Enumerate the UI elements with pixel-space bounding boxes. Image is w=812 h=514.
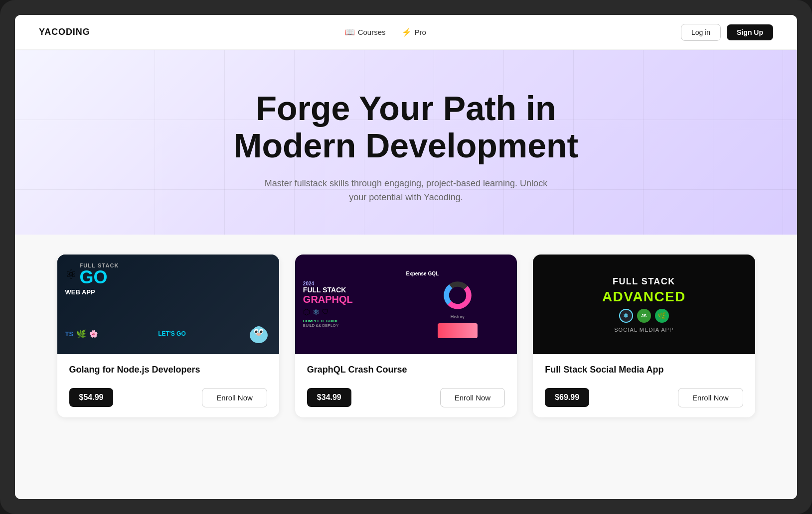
nav-courses-label: Courses (358, 28, 386, 36)
courses-section: ⚛ FULL STACK GO WEB APP (15, 235, 797, 499)
course-thumbnail-social: FULL STACK ADVANCED ⚛ JS 🌿 SOCIAL MEDIA … (533, 255, 755, 354)
advanced-label: ADVANCED (541, 289, 747, 305)
graphql-left: 2024 FULL STACK GRAPHQL ⬡ ⚛ 🛡 COMPLETE G… (303, 262, 406, 346)
node-icon: JS (637, 309, 651, 323)
pro-icon: ⚡ (402, 27, 412, 37)
lets-go-label: LET'S GO (158, 330, 186, 337)
course-price-golang: $54.99 (69, 388, 114, 407)
signup-button[interactable]: Sign Up (727, 24, 773, 40)
course-price-social: $69.99 (545, 388, 589, 407)
brand-logo: YACODING (39, 27, 90, 37)
enroll-button-social[interactable]: Enroll Now (678, 388, 743, 407)
hero-subtitle: Master fullstack skills through engaging… (257, 176, 556, 205)
graphql-right: Expense GQL History (406, 262, 509, 346)
course-thumbnail-graphql: 2024 FULL STACK GRAPHQL ⬡ ⚛ 🛡 COMPLETE G… (295, 255, 517, 354)
social-media-label: SOCIAL MEDIA APP (541, 327, 747, 333)
nav-courses-link[interactable]: 📖 Courses (345, 27, 386, 37)
course-price-graphql: $34.99 (307, 388, 351, 407)
device-frame: YACODING 📖 Courses ⚡ Pro Log in Sign Up … (0, 0, 812, 514)
react-icon: ⚛ (619, 309, 633, 323)
thumbnail-content: ⚛ FULL STACK GO WEB APP (57, 255, 279, 354)
enroll-button-golang[interactable]: Enroll Now (202, 388, 267, 407)
nav-pro-link[interactable]: ⚡ Pro (402, 27, 426, 37)
course-info-social: Full Stack Social Media App $69.99 Enrol… (533, 354, 755, 417)
leaf-icon: 🌿 (655, 309, 669, 323)
complete-label: COMPLETE GUIDE (303, 319, 406, 323)
expense-label: Expense GQL (406, 271, 439, 276)
svg-point-4 (255, 331, 257, 333)
fullstack-label: FULL STACK (303, 286, 406, 294)
course-info-graphql: GraphQL Crash Course $34.99 Enroll Now (295, 354, 517, 417)
enroll-button-graphql[interactable]: Enroll Now (440, 388, 505, 407)
go-label: GO (80, 268, 119, 286)
hero-section: Forge Your Path in Modern Development Ma… (15, 50, 797, 235)
svg-point-6 (256, 333, 261, 336)
screen: YACODING 📖 Courses ⚡ Pro Log in Sign Up … (15, 15, 797, 499)
hero-content: Forge Your Path in Modern Development Ma… (39, 90, 773, 205)
donut-chart (443, 280, 473, 310)
nav-pro-label: Pro (415, 28, 426, 36)
thumbnail-content-graphql: 2024 FULL STACK GRAPHQL ⬡ ⚛ 🛡 COMPLETE G… (295, 255, 517, 354)
tech-logos: ⚛ JS 🌿 (541, 309, 747, 323)
graphql-label: GRAPHQL (303, 294, 406, 304)
svg-point-5 (260, 331, 262, 333)
fullstack-label: FULL STACK (541, 276, 747, 287)
courses-icon: 📖 (345, 27, 355, 37)
thumbnail-content-social: FULL STACK ADVANCED ⚛ JS 🌿 SOCIAL MEDIA … (533, 268, 755, 341)
courses-grid: ⚛ FULL STACK GO WEB APP (57, 255, 755, 417)
build-label: BUILD && DEPLOY (303, 323, 406, 328)
course-title-golang: Golang for Node.js Developers (69, 364, 267, 376)
webapp-label: WEB APP (65, 288, 271, 296)
course-info-golang: Golang for Node.js Developers $54.99 Enr… (57, 354, 279, 417)
course-card-social: FULL STACK ADVANCED ⚛ JS 🌿 SOCIAL MEDIA … (533, 255, 755, 417)
history-label: History (451, 314, 465, 319)
navbar: YACODING 📖 Courses ⚡ Pro Log in Sign Up (15, 15, 797, 50)
nav-links: 📖 Courses ⚡ Pro (345, 27, 426, 37)
hero-title: Forge Your Path in Modern Development (207, 90, 606, 164)
course-card-graphql: 2024 FULL STACK GRAPHQL ⬡ ⚛ 🛡 COMPLETE G… (295, 255, 517, 417)
thumbnail-top: ⚛ FULL STACK GO WEB APP (65, 262, 271, 296)
course-card-golang: ⚛ FULL STACK GO WEB APP (57, 255, 279, 417)
login-button[interactable]: Log in (681, 24, 721, 41)
gopher-icon (246, 321, 271, 346)
course-footer-graphql: $34.99 Enroll Now (307, 388, 505, 407)
course-thumbnail-golang: ⚛ FULL STACK GO WEB APP (57, 255, 279, 354)
course-title-graphql: GraphQL Crash Course (307, 364, 505, 376)
course-footer-social: $69.99 Enroll Now (545, 388, 743, 407)
course-footer-golang: $54.99 Enroll Now (69, 388, 267, 407)
svg-point-10 (452, 289, 464, 301)
thumbnail-bottom: TS 🌿 🌸 LET'S GO (65, 321, 271, 346)
nav-actions: Log in Sign Up (681, 24, 773, 41)
course-title-social: Full Stack Social Media App (545, 364, 743, 376)
